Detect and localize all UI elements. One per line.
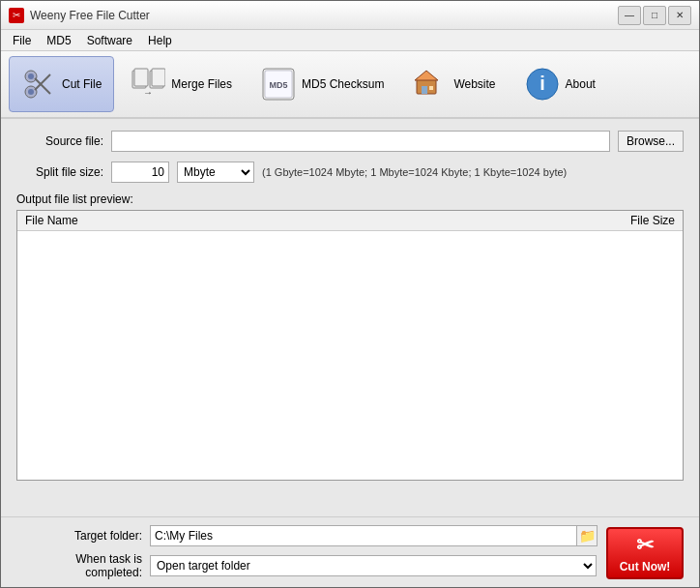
svg-rect-16 bbox=[422, 86, 427, 94]
website-icon bbox=[413, 67, 448, 102]
md5-checksum-icon: MD5 bbox=[261, 67, 296, 102]
md5-checksum-label: MD5 Checksum bbox=[302, 77, 384, 91]
cut-file-icon bbox=[21, 67, 56, 102]
split-size-label: Split file size: bbox=[16, 165, 103, 179]
svg-point-3 bbox=[28, 74, 34, 79]
menu-md5[interactable]: MD5 bbox=[39, 32, 78, 49]
svg-marker-15 bbox=[415, 71, 438, 80]
svg-rect-9 bbox=[152, 69, 165, 86]
window-controls: — □ ✕ bbox=[618, 6, 691, 25]
browse-button[interactable]: Browse... bbox=[618, 131, 684, 152]
folder-browse-button[interactable]: 📁 bbox=[576, 525, 598, 546]
website-label: Website bbox=[453, 77, 495, 91]
split-unit-select[interactable]: Kbyte Mbyte Gbyte bbox=[177, 162, 254, 183]
cut-file-label: Cut File bbox=[62, 77, 102, 91]
split-hint: (1 Gbyte=1024 Mbyte; 1 Mbyte=1024 Kbyte;… bbox=[262, 166, 567, 178]
on-complete-row: When task is completed: Open target fold… bbox=[16, 552, 684, 579]
window-title: Weeny Free File Cutter bbox=[30, 9, 150, 22]
merge-files-label: Merge Files bbox=[171, 77, 232, 91]
col-filesize: File Size bbox=[371, 211, 683, 231]
menu-bar: File MD5 Software Help bbox=[1, 30, 699, 51]
preview-table-container[interactable]: File Name File Size bbox=[16, 210, 684, 481]
preview-label: Output file list preview: bbox=[16, 192, 684, 206]
cut-now-label: Cut Now! bbox=[620, 560, 671, 573]
menu-help[interactable]: Help bbox=[140, 32, 180, 49]
preview-section: Output file list preview: File Name File… bbox=[16, 192, 684, 481]
main-content: Source file: Browse... Split file size: … bbox=[1, 119, 699, 587]
about-label: About bbox=[566, 77, 596, 91]
source-file-input[interactable] bbox=[111, 131, 610, 152]
target-folder-label: Target folder: bbox=[16, 529, 142, 543]
target-folder-input[interactable] bbox=[150, 525, 597, 546]
cut-now-icon: ✂ bbox=[636, 533, 654, 558]
app-icon: ✂ bbox=[9, 8, 24, 23]
table-header-row: File Name File Size bbox=[17, 211, 683, 231]
bottom-bar: Target folder: 📁 When task is completed:… bbox=[1, 516, 699, 587]
source-file-row: Source file: Browse... bbox=[16, 131, 684, 152]
target-folder-row: Target folder: 📁 bbox=[16, 525, 684, 546]
menu-software[interactable]: Software bbox=[79, 32, 140, 49]
svg-text:i: i bbox=[540, 73, 545, 94]
menu-file[interactable]: File bbox=[5, 32, 39, 49]
on-complete-label: When task is completed: bbox=[16, 552, 142, 579]
split-size-row: Split file size: Kbyte Mbyte Gbyte (1 Gb… bbox=[16, 162, 684, 183]
svg-text:→: → bbox=[143, 87, 153, 98]
tab-merge-files[interactable]: → Merge Files bbox=[118, 56, 245, 112]
tab-website[interactable]: Website bbox=[400, 56, 508, 112]
col-filename: File Name bbox=[17, 211, 371, 231]
title-bar: ✂ Weeny Free File Cutter — □ ✕ bbox=[1, 1, 699, 30]
minimize-button[interactable]: — bbox=[618, 6, 641, 25]
on-complete-select[interactable]: Open target folder Do nothing Show messa… bbox=[150, 555, 597, 576]
tab-cut-file[interactable]: Cut File bbox=[9, 56, 114, 112]
svg-point-1 bbox=[28, 89, 34, 95]
merge-files-icon: → bbox=[131, 67, 165, 102]
preview-table: File Name File Size bbox=[17, 211, 683, 231]
cut-now-button[interactable]: ✂ Cut Now! bbox=[606, 527, 684, 579]
close-button[interactable]: ✕ bbox=[668, 6, 691, 25]
svg-rect-17 bbox=[429, 86, 433, 90]
maximize-button[interactable]: □ bbox=[643, 6, 666, 25]
toolbar: Cut File → Merge Files MD5 bbox=[1, 51, 699, 119]
split-size-input[interactable] bbox=[111, 162, 169, 183]
svg-text:MD5: MD5 bbox=[270, 80, 288, 90]
tab-about[interactable]: i About bbox=[512, 56, 608, 112]
tab-md5-checksum[interactable]: MD5 MD5 Checksum bbox=[248, 56, 396, 112]
svg-rect-7 bbox=[134, 69, 148, 86]
about-icon: i bbox=[525, 67, 560, 102]
source-file-label: Source file: bbox=[16, 134, 103, 148]
folder-icon: 📁 bbox=[579, 528, 596, 544]
